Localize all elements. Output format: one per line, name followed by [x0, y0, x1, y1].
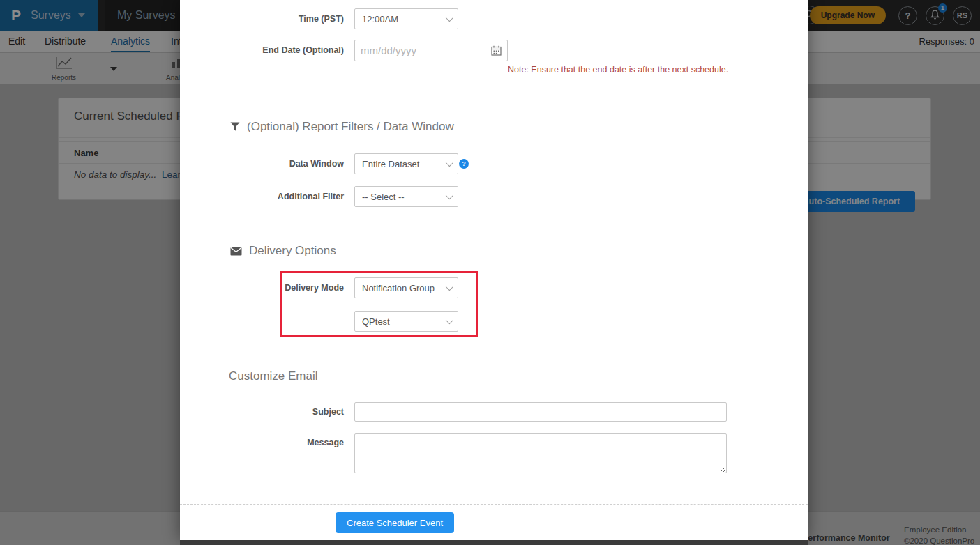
additional-filter-select[interactable]: -- Select --: [354, 186, 458, 207]
end-date-input[interactable]: [354, 40, 508, 61]
message-label: Message: [180, 433, 344, 452]
notification-group-value: QPtest: [362, 316, 390, 327]
delivery-mode-value: Notification Group: [362, 283, 435, 293]
additional-filter-value: -- Select --: [362, 192, 405, 202]
modal-footer-divider: [180, 504, 808, 505]
create-scheduler-event-label: Create Scheduler Event: [347, 518, 443, 528]
end-date-label: End Date (Optional): [180, 40, 344, 61]
subject-label: Subject: [180, 402, 344, 422]
envelope-icon: [230, 247, 242, 256]
data-window-label: Data Window: [180, 153, 344, 174]
subject-input[interactable]: [354, 402, 727, 422]
create-scheduler-event-button[interactable]: Create Scheduler Event: [336, 512, 454, 533]
filter-icon: [230, 122, 240, 132]
end-date-note: Note: Ensure that the end date is after …: [508, 65, 728, 75]
delivery-mode-select[interactable]: Notification Group: [354, 277, 458, 298]
time-select-value: 12:00AM: [362, 14, 398, 24]
chevron-down-icon: [446, 14, 453, 22]
data-window-value: Entire Dataset: [362, 159, 419, 169]
chevron-down-icon: [446, 192, 453, 199]
chevron-down-icon: [446, 316, 453, 324]
modal-bottom-strip: [180, 540, 808, 545]
notification-group-select[interactable]: QPtest: [354, 311, 458, 332]
additional-filter-label: Additional Filter: [180, 186, 344, 207]
customize-email-title: Customize Email: [229, 369, 318, 383]
time-label: Time (PST): [180, 8, 344, 29]
info-icon[interactable]: ?: [459, 159, 469, 169]
delivery-section-title: Delivery Options: [249, 244, 336, 258]
customize-email-header: Customize Email: [229, 369, 318, 383]
delivery-section-header: Delivery Options: [230, 244, 336, 258]
delivery-mode-label: Delivery Mode: [180, 277, 344, 298]
time-select[interactable]: 12:00AM: [354, 8, 458, 29]
message-textarea[interactable]: [354, 433, 727, 473]
calendar-icon[interactable]: [491, 45, 502, 59]
chevron-down-icon: [446, 283, 453, 291]
filters-section-title: (Optional) Report Filters / Data Window: [247, 120, 454, 134]
data-window-select[interactable]: Entire Dataset: [354, 153, 458, 174]
chevron-down-icon: [446, 159, 453, 167]
scheduler-event-modal: Time (PST) 12:00AM End Date (Optional) N…: [180, 0, 808, 540]
filters-section-header: (Optional) Report Filters / Data Window: [230, 120, 454, 134]
